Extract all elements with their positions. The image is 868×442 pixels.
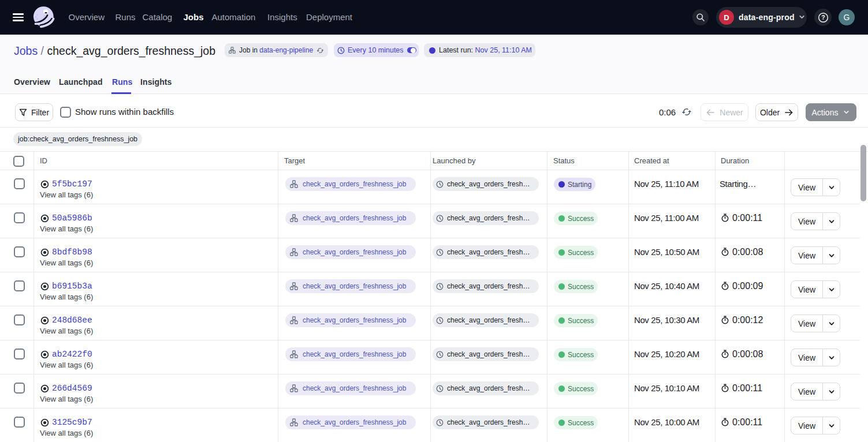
svg-text:?: ? (821, 14, 825, 21)
